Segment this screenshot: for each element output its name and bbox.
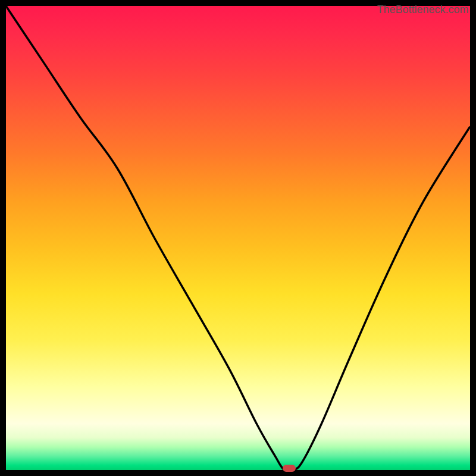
watermark-text: TheBottleneck.com [377,4,469,16]
chart-container: TheBottleneck.com [0,0,476,476]
curve-svg [6,6,470,470]
bottleneck-curve [6,6,470,470]
minimum-marker [283,465,296,472]
plot-area [6,6,470,470]
